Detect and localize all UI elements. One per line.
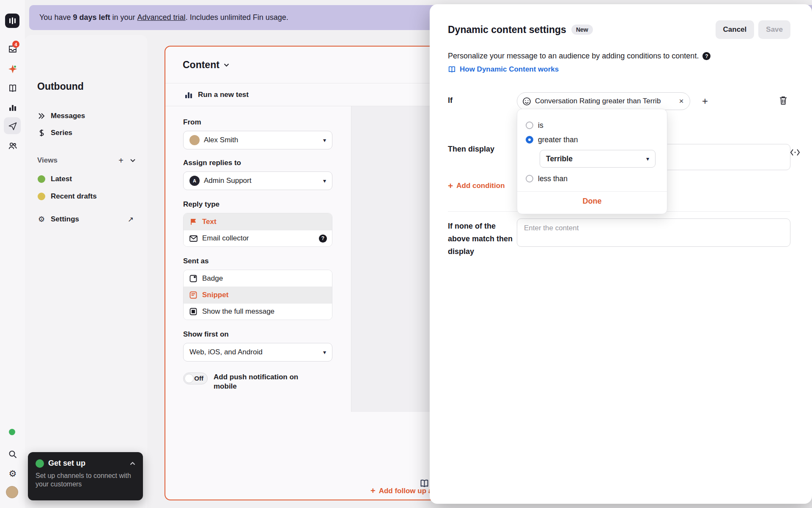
push-notification-label: Add push notification on mobile (214, 373, 304, 391)
settings-gear-icon[interactable]: ⚙ (8, 468, 18, 478)
sidebar-item-settings[interactable]: ⚙ Settings ↗ (29, 211, 143, 228)
chevron-down-icon: ▾ (323, 177, 326, 184)
assign-replies-label: Assign replies to (183, 159, 332, 167)
if-label: If (448, 96, 453, 105)
how-dynamic-content-works-link[interactable]: How Dynamic Content works (448, 65, 559, 74)
content-chevron-down-icon[interactable] (224, 63, 229, 67)
test-chart-icon (184, 91, 193, 99)
operator-option-less-than[interactable]: less than (526, 173, 658, 185)
push-notification-toggle[interactable]: Off (183, 373, 208, 384)
search-icon[interactable] (8, 449, 18, 459)
banner-text-suffix: . Includes unlimited Fin usage. (186, 13, 288, 22)
operator-label: greater than (538, 135, 578, 144)
collapse-chevron-icon[interactable] (130, 462, 135, 465)
operator-option-is[interactable]: is (526, 119, 658, 131)
views-header: Views + (37, 152, 139, 169)
chevron-down-icon: ▾ (323, 349, 326, 356)
messenger-status-dot[interactable] (9, 429, 15, 435)
docs-link-label: How Dynamic Content works (460, 65, 559, 74)
views-chevron-down-icon[interactable] (127, 155, 139, 166)
remove-condition-icon[interactable]: × (675, 95, 687, 107)
intercom-logo-icon[interactable] (5, 14, 19, 28)
modal-description: Personalize your message to an audience … (448, 52, 699, 61)
sidebar-item-label: Messages (51, 112, 85, 120)
content-form: From Alex Smith ▾ Assign replies to A Ad… (183, 106, 332, 391)
book-icon (448, 66, 456, 73)
reply-type-text-option[interactable]: Text (184, 213, 332, 230)
save-button[interactable]: Save (758, 20, 790, 39)
settings-label: Settings (51, 215, 79, 224)
sent-option-label: Show the full message (202, 307, 274, 316)
sent-as-full-message-option[interactable]: Show the full message (184, 303, 332, 320)
show-first-select[interactable]: Web, iOS, and Android ▾ (183, 343, 332, 362)
description-help-icon[interactable]: ? (702, 52, 710, 60)
docs-book-icon[interactable] (420, 479, 429, 488)
outbound-icon[interactable] (8, 121, 18, 131)
add-condition-label: Add condition (456, 182, 505, 190)
condition-chip[interactable]: Conversation Rating greater than Terrib … (517, 92, 690, 110)
plus-icon: + (370, 486, 376, 496)
banner-trial-link[interactable]: Advanced trial (137, 13, 186, 22)
toggle-state-label: Off (194, 375, 203, 382)
insert-code-icon[interactable] (789, 146, 801, 159)
operator-label: is (538, 121, 543, 130)
reply-option-label: Email collector (202, 234, 249, 243)
new-badge: New (571, 25, 593, 35)
team-avatar: A (189, 176, 200, 186)
show-first-label: Show first on (183, 330, 332, 339)
series-icon (36, 129, 47, 137)
rating-value-select[interactable]: Terrible ▾ (540, 150, 656, 168)
views-label: Views (37, 156, 58, 165)
operator-label: less than (538, 174, 568, 183)
fallback-content-input[interactable] (517, 218, 790, 247)
radio-unselected-icon[interactable] (526, 175, 533, 182)
settings-icon: ⚙ (36, 215, 47, 223)
inbox-count-badge: 4 (12, 41, 19, 48)
cancel-button[interactable]: Cancel (716, 20, 754, 39)
add-condition-attribute-button[interactable]: + (699, 95, 711, 108)
banner-text-mid: in your (112, 13, 135, 22)
banner-days-left: 9 days left (73, 13, 110, 22)
snippet-icon (189, 291, 198, 299)
sidebar-view-recent-drafts[interactable]: Recent drafts (29, 188, 143, 205)
if-none-match-label: If none of the above match then display (448, 220, 515, 258)
latest-view-icon (36, 175, 47, 183)
sidebar-item-messages[interactable]: Messages (29, 108, 143, 124)
add-view-button[interactable]: + (115, 155, 127, 166)
radio-selected-icon[interactable] (526, 136, 533, 144)
badge-icon (189, 275, 198, 282)
sent-as-badge-option[interactable]: Badge (184, 270, 332, 287)
delete-condition-icon[interactable] (777, 94, 790, 107)
sidebar-view-latest[interactable]: Latest (29, 171, 143, 188)
view-label: Latest (51, 175, 72, 183)
add-condition-button[interactable]: + Add condition (448, 181, 505, 191)
dynamic-content-modal: Dynamic content settings New Cancel Save… (430, 4, 812, 504)
rating-smiley-icon (522, 97, 531, 106)
contacts-icon[interactable] (8, 141, 18, 151)
done-button[interactable]: Done (526, 192, 658, 210)
content-section-title: Content (183, 59, 219, 71)
from-select[interactable]: Alex Smith ▾ (183, 131, 332, 149)
reply-type-email-option[interactable]: Email collector ? (184, 230, 332, 246)
sidebar-item-label: Series (51, 129, 72, 137)
icon-rail: 4 ⚙ (0, 0, 25, 508)
sent-as-label: Sent as (183, 257, 332, 265)
sent-as-snippet-option[interactable]: Snippet (184, 287, 332, 303)
then-display-label: Then display (448, 145, 494, 154)
fin-ai-icon[interactable] (8, 64, 18, 74)
sidebar-item-series[interactable]: Series (29, 124, 143, 141)
add-follow-up-label: Add follow up a (379, 487, 433, 495)
sent-option-label: Badge (202, 274, 223, 283)
sender-avatar (189, 135, 200, 145)
reply-type-group: Text Email collector ? (183, 213, 332, 247)
external-link-icon: ↗ (128, 215, 134, 224)
email-help-icon[interactable]: ? (319, 235, 327, 243)
user-avatar[interactable] (6, 486, 18, 498)
radio-unselected-icon[interactable] (526, 121, 533, 129)
operator-option-greater-than[interactable]: greater than (526, 134, 658, 146)
fallback-content-area (517, 218, 790, 247)
knowledge-icon[interactable] (8, 83, 18, 94)
assign-replies-select[interactable]: A Admin Support ▾ (183, 171, 332, 190)
show-first-value: Web, iOS, and Android (189, 348, 263, 356)
reports-icon[interactable] (8, 102, 18, 113)
